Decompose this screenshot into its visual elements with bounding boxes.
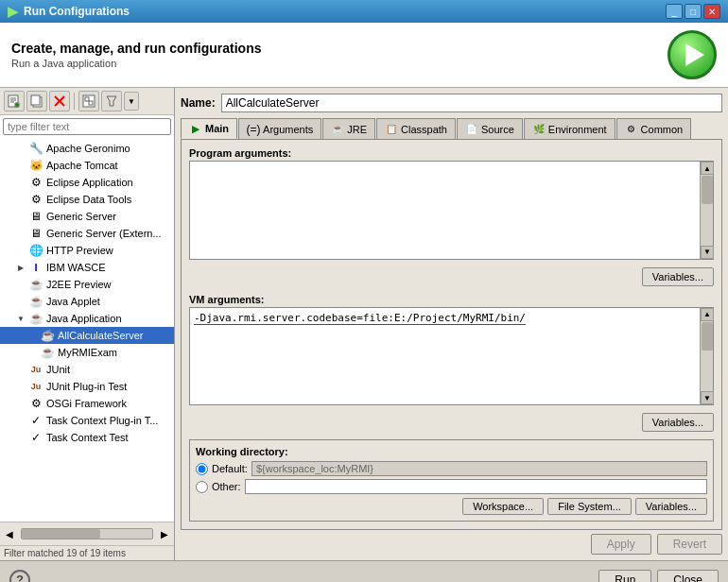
horizontal-scrollbar[interactable] bbox=[21, 528, 153, 539]
tab-arguments[interactable]: (=) Arguments bbox=[238, 118, 321, 139]
header-section: Create, manage, and run configurations R… bbox=[11, 41, 262, 69]
minimize-button[interactable]: _ bbox=[666, 4, 683, 19]
bottom-left: ? bbox=[9, 570, 30, 583]
tree-item-label: Java Application bbox=[46, 313, 122, 324]
tree-item-myrmiexam[interactable]: ☕ MyRMIExam bbox=[0, 344, 174, 361]
close-button[interactable]: ✕ bbox=[703, 4, 720, 19]
vm-args-container: -Djava.rmi.server.codebase=file:E:/Proje… bbox=[189, 307, 714, 406]
tab-jre[interactable]: ☕ JRE bbox=[322, 118, 375, 139]
help-button[interactable]: ? bbox=[9, 570, 30, 583]
default-radio-label: Default: bbox=[212, 463, 248, 474]
tabs-bar: ▶ Main (=) Arguments ☕ JRE 📋 Classpath 📄… bbox=[181, 118, 722, 140]
tree-item-label: AllCalculateServer bbox=[58, 330, 143, 341]
scroll-left-button[interactable]: ◀ bbox=[0, 524, 19, 543]
tree-item-ibm-wasce[interactable]: ▶ I IBM WASCE bbox=[0, 259, 174, 276]
tree-item-task-context-test[interactable]: ✓ Task Context Test bbox=[0, 429, 174, 446]
default-dir-input[interactable] bbox=[251, 461, 707, 476]
vscroll-up-button-2[interactable]: ▲ bbox=[701, 308, 714, 321]
tree-item-junit[interactable]: Ju JUnit bbox=[0, 361, 174, 378]
tree-node-icon: ☕ bbox=[28, 311, 43, 326]
vscroll-down-button-2[interactable]: ▼ bbox=[701, 391, 714, 404]
tree-item-label: Generic Server (Extern... bbox=[46, 228, 162, 239]
maximize-button[interactable]: □ bbox=[685, 4, 702, 19]
tab-source[interactable]: 📄 Source bbox=[457, 118, 523, 139]
tab-main-label: Main bbox=[205, 123, 229, 134]
revert-button[interactable]: Revert bbox=[657, 534, 722, 555]
tree-node-icon: ☕ bbox=[28, 294, 43, 309]
run-circle-icon[interactable] bbox=[667, 30, 717, 79]
expand-icon: ▶ bbox=[15, 262, 26, 273]
tree-item-label: OSGi Framework bbox=[46, 398, 127, 409]
tab-main[interactable]: ▶ Main bbox=[181, 118, 237, 139]
default-radio[interactable] bbox=[196, 463, 208, 475]
bottom-right: Run Close bbox=[598, 570, 719, 583]
tree-item-junit-plugin-test[interactable]: Ju JUnit Plug-in Test bbox=[0, 378, 174, 395]
name-label: Name: bbox=[181, 96, 216, 110]
tree-item-generic-server[interactable]: 🖥 Generic Server bbox=[0, 208, 174, 225]
duplicate-config-button[interactable] bbox=[26, 91, 47, 111]
tree-node-icon: ☕ bbox=[40, 345, 55, 360]
filter-input[interactable] bbox=[3, 118, 171, 135]
apply-button[interactable]: Apply bbox=[591, 534, 651, 555]
tree-item-task-context-plugin[interactable]: ✓ Task Context Plug-in T... bbox=[0, 412, 174, 429]
dropdown-button[interactable]: ▼ bbox=[124, 92, 139, 111]
new-config-button[interactable] bbox=[4, 91, 25, 111]
tree-item-generic-server-ext[interactable]: 🖥 Generic Server (Extern... bbox=[0, 225, 174, 242]
variables-button-2[interactable]: Variables... bbox=[642, 413, 714, 432]
tree-item-eclipse-data-tools[interactable]: ⚙ Eclipse Data Tools bbox=[0, 191, 174, 208]
filesystem-button[interactable]: File System... bbox=[547, 498, 632, 515]
tree-item-j2ee-preview[interactable]: ☕ J2EE Preview bbox=[0, 276, 174, 293]
filter-status: Filter matched 19 of 19 items bbox=[0, 545, 174, 560]
filter-button[interactable] bbox=[101, 91, 122, 111]
delete-config-button[interactable] bbox=[49, 91, 70, 111]
tree-expand-icon bbox=[15, 279, 26, 290]
vm-args-label: VM arguments: bbox=[189, 294, 714, 305]
tab-environment-label: Environment bbox=[548, 124, 607, 135]
tree-item-eclipse-application[interactable]: ⚙ Eclipse Application bbox=[0, 174, 174, 191]
program-args-vscrollbar[interactable]: ▲ ▼ bbox=[700, 162, 713, 259]
window-icon: ▶ bbox=[8, 4, 18, 19]
collapse-all-button[interactable] bbox=[78, 91, 99, 111]
tree-node-icon: ✓ bbox=[28, 430, 43, 445]
variables-button-1[interactable]: Variables... bbox=[642, 267, 714, 286]
environment-tab-icon: 🌿 bbox=[532, 123, 546, 136]
name-input[interactable] bbox=[221, 94, 722, 112]
tab-classpath[interactable]: 📋 Classpath bbox=[376, 118, 456, 139]
program-args-input[interactable] bbox=[190, 162, 700, 259]
variables-button-3[interactable]: Variables... bbox=[635, 498, 707, 515]
run-button[interactable]: Run bbox=[598, 570, 651, 583]
tree-item-java-applet[interactable]: ☕ Java Applet bbox=[0, 293, 174, 310]
tree-item-all-calculate-server[interactable]: ☕ AllCalculateServer bbox=[0, 327, 174, 344]
tree-expand-icon bbox=[15, 177, 26, 188]
tab-arguments-label: Arguments bbox=[263, 124, 313, 135]
vm-args-vscrollbar[interactable]: ▲ ▼ bbox=[700, 308, 713, 405]
source-tab-icon: 📄 bbox=[465, 123, 478, 136]
tree-expand-icon bbox=[15, 296, 26, 307]
title-bar-left: ▶ Run Configurations bbox=[8, 4, 130, 19]
vm-args-section: VM arguments: -Djava.rmi.server.codebase… bbox=[189, 294, 714, 406]
toolbar-separator bbox=[74, 93, 75, 110]
tree-item-label: Apache Tomcat bbox=[46, 160, 118, 171]
tree-item-apache-geronimo[interactable]: 🔧 Apache Geronimo bbox=[0, 140, 174, 157]
tree-expand-icon bbox=[15, 143, 26, 154]
vscroll-down-button[interactable]: ▼ bbox=[701, 246, 714, 259]
close-dialog-button[interactable]: Close bbox=[657, 570, 719, 583]
vscroll-thumb-2 bbox=[702, 322, 713, 351]
tree-item-java-application[interactable]: ▼ ☕ Java Application bbox=[0, 310, 174, 327]
tree-node-icon: ✓ bbox=[28, 413, 43, 428]
expand-icon: ▼ bbox=[15, 313, 26, 324]
other-radio[interactable] bbox=[196, 481, 208, 493]
variables-row-1: Variables... bbox=[189, 267, 714, 286]
tree-item-apache-tomcat[interactable]: 🐱 Apache Tomcat bbox=[0, 157, 174, 174]
tree-expand-icon bbox=[15, 364, 26, 375]
tree-item-http-preview[interactable]: 🌐 HTTP Preview bbox=[0, 242, 174, 259]
program-args-section: Program arguments: ▲ ▼ bbox=[189, 147, 714, 260]
tree-item-osgi-framework[interactable]: ⚙ OSGi Framework bbox=[0, 395, 174, 412]
workspace-button[interactable]: Workspace... bbox=[462, 498, 544, 515]
vscroll-up-button[interactable]: ▲ bbox=[701, 162, 714, 175]
scroll-right-button[interactable]: ▶ bbox=[155, 524, 174, 543]
tab-environment[interactable]: 🌿 Environment bbox=[524, 118, 615, 139]
tab-common[interactable]: ⚙ Common bbox=[616, 118, 692, 139]
tree-item-label: Task Context Test bbox=[46, 432, 129, 443]
other-dir-input[interactable] bbox=[245, 479, 707, 494]
